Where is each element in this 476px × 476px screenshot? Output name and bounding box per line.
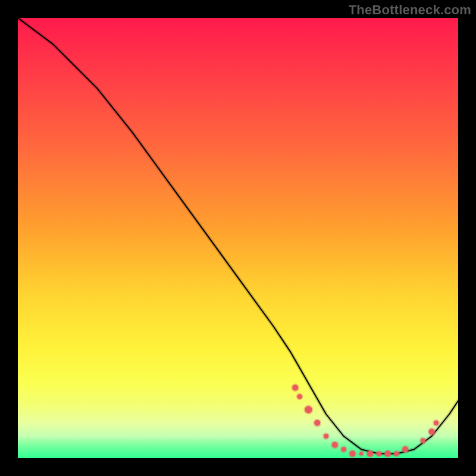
watermark-text: TheBottleneck.com <box>349 2 471 18</box>
marker-dot <box>305 406 312 414</box>
chart-container: TheBottleneck.com <box>0 0 476 476</box>
curve-halo <box>18 18 458 454</box>
plot-area <box>18 18 458 458</box>
marker-dot <box>394 452 399 456</box>
marker-dot <box>359 452 363 456</box>
marker-dot <box>314 420 320 426</box>
marker-dot <box>292 385 298 391</box>
marker-dot <box>377 452 381 456</box>
marker-dot <box>298 394 302 399</box>
marker-dot <box>429 429 435 435</box>
marker-dot <box>324 434 328 439</box>
marker-dot <box>402 446 408 452</box>
bottleneck-curve <box>18 18 458 454</box>
marker-dot <box>434 421 439 425</box>
marker-dot <box>332 442 338 448</box>
marker-dot <box>421 438 425 443</box>
marker-dot <box>367 451 373 457</box>
marker-dot <box>349 451 355 457</box>
marker-dot <box>385 451 391 457</box>
curve-svg <box>18 18 458 458</box>
marker-dot <box>342 447 346 452</box>
